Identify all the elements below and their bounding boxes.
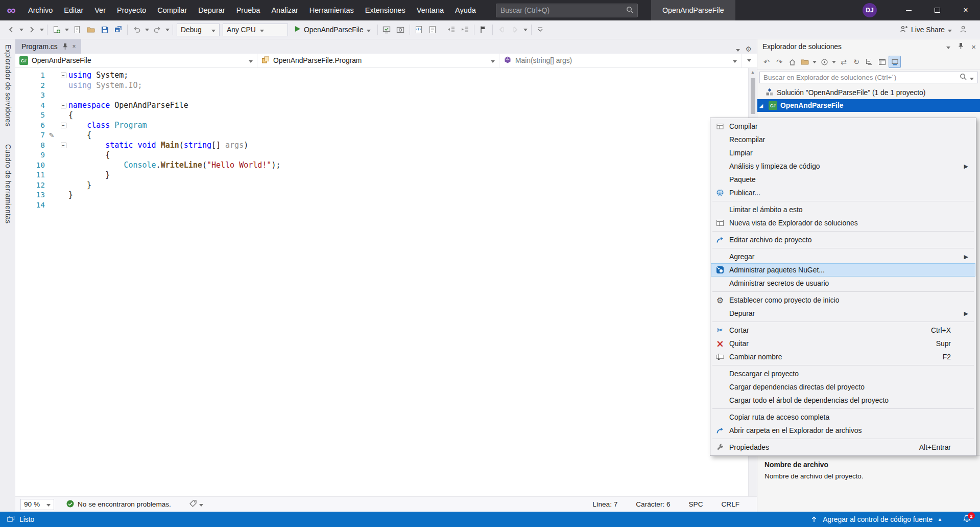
context-menu-item-descargar-el-proyecto[interactable]: Descargar el proyecto bbox=[711, 367, 975, 380]
pin-icon[interactable] bbox=[958, 42, 964, 51]
prev-bookmark-icon[interactable] bbox=[495, 23, 509, 37]
notifications-button[interactable]: 2 bbox=[961, 514, 973, 525]
navigation-bar-options-icon[interactable] bbox=[742, 54, 757, 67]
context-menu-item-depurar[interactable]: Depurar▶ bbox=[711, 307, 975, 320]
context-menu-item-editar-archivo-de-proyecto[interactable]: Editar archivo de proyecto bbox=[711, 233, 975, 246]
context-menu-item-limitar-el-ambito-a-esto[interactable]: Limitar el ámbito a esto bbox=[711, 203, 975, 216]
eol-indicator[interactable]: CRLF bbox=[722, 500, 740, 508]
add-to-source-control-button[interactable]: Agregar al control de código fuente bbox=[823, 516, 933, 523]
undo-circ-icon[interactable]: ↶ bbox=[760, 56, 773, 68]
context-menu-item-quitar[interactable]: ×QuitarSupr bbox=[711, 337, 975, 350]
context-menu-item-paquete[interactable]: Paquete bbox=[711, 173, 975, 186]
line-indicator[interactable]: Línea: 7 bbox=[592, 500, 617, 508]
quick-search-box[interactable] bbox=[496, 4, 638, 17]
save-icon[interactable] bbox=[98, 23, 111, 37]
tab-program-cs[interactable]: Program.cs × bbox=[15, 39, 81, 54]
fold-collapse-icon[interactable]: − bbox=[61, 73, 66, 78]
xml-schema-icon[interactable] bbox=[426, 23, 440, 37]
menu-prueba[interactable]: Prueba bbox=[231, 0, 266, 20]
feedback-icon[interactable] bbox=[956, 23, 970, 37]
spaces-indicator[interactable]: SPC bbox=[689, 500, 703, 508]
expanded-arrow-icon[interactable]: ◢ bbox=[759, 103, 766, 108]
outdent-icon[interactable] bbox=[444, 23, 458, 37]
caret-icon[interactable] bbox=[18, 23, 25, 37]
context-menu-item-compilar[interactable]: Compilar bbox=[711, 120, 975, 133]
tag-icon[interactable] bbox=[189, 500, 197, 509]
redo-icon[interactable] bbox=[150, 23, 164, 37]
minimize-button[interactable] bbox=[894, 0, 923, 20]
editor-options-gear-icon[interactable]: ⚙ bbox=[745, 45, 752, 53]
context-menu-item-nueva-vista-de-explorador-de-soluciones[interactable]: Nueva vista de Explorador de soluciones bbox=[711, 216, 975, 230]
next-bookmark-icon[interactable] bbox=[509, 23, 522, 37]
maximize-button[interactable] bbox=[923, 0, 951, 20]
menu-extensiones[interactable]: Extensiones bbox=[360, 0, 411, 20]
breadcrumb-openandparsefile-program[interactable]: OpenAndParseFile.Program bbox=[257, 54, 499, 67]
screenshot-icon[interactable] bbox=[394, 23, 408, 37]
menu-editar[interactable]: Editar bbox=[58, 0, 89, 20]
close-button[interactable]: × bbox=[951, 0, 980, 20]
live-share-button[interactable]: Live Share bbox=[896, 23, 956, 37]
menu-proyecto[interactable]: Proyecto bbox=[111, 0, 152, 20]
scrollbar-thumb[interactable] bbox=[751, 78, 755, 114]
menu-ayuda[interactable]: Ayuda bbox=[449, 0, 482, 20]
menu-depurar[interactable]: Depurar bbox=[193, 0, 230, 20]
bookmark-icon[interactable] bbox=[476, 23, 490, 37]
context-menu-item-recompilar[interactable]: Recompilar bbox=[711, 133, 975, 146]
caret-icon[interactable] bbox=[144, 23, 150, 37]
save-all-icon[interactable] bbox=[111, 23, 125, 37]
context-menu-item-cargar-dependencias-directas-del-proyecto[interactable]: Cargar dependencias directas del proyect… bbox=[711, 380, 975, 394]
column-indicator[interactable]: Carácter: 6 bbox=[636, 500, 670, 508]
undo-icon[interactable] bbox=[130, 23, 144, 37]
context-menu-item-cambiar-nombre[interactable]: Cambiar nombreF2 bbox=[711, 350, 975, 363]
user-avatar[interactable]: DJ bbox=[863, 3, 877, 17]
menu-archivo[interactable]: Archivo bbox=[22, 0, 58, 20]
start-debugging-button[interactable]: OpenAndParseFile bbox=[291, 23, 374, 37]
xml-doc-icon[interactable] bbox=[412, 23, 426, 37]
caret-icon[interactable] bbox=[811, 56, 818, 68]
open-folder-icon[interactable] bbox=[84, 23, 98, 37]
new-project-icon[interactable] bbox=[50, 23, 63, 37]
tree-item-openandparsefile[interactable]: ◢C#OpenAndParseFile bbox=[757, 99, 980, 112]
menu-compilar[interactable]: Compilar bbox=[152, 0, 193, 20]
toolbar-overflow-icon[interactable] bbox=[534, 23, 547, 37]
code-editor[interactable]: 1−using System;2using System.IO;34−names… bbox=[15, 68, 757, 496]
breadcrumb-main-string-args[interactable]: Main(string[] args) bbox=[499, 54, 742, 67]
close-panel-icon[interactable]: × bbox=[971, 42, 976, 51]
context-menu-item-agregar[interactable]: Agregar▶ bbox=[711, 250, 975, 263]
add-item-icon[interactable] bbox=[70, 23, 84, 37]
refresh-icon[interactable]: ↻ bbox=[850, 56, 863, 68]
search-input[interactable] bbox=[500, 7, 626, 14]
side-tab-cuadro-de-herramientas[interactable]: Cuadro de herramientas bbox=[4, 144, 12, 223]
breadcrumb-openandparsefile[interactable]: C#OpenAndParseFile bbox=[15, 54, 257, 67]
scope-icon[interactable] bbox=[818, 56, 830, 68]
context-menu-item-copiar-ruta-de-acceso-completa[interactable]: Copiar ruta de acceso completa bbox=[711, 410, 975, 424]
close-tab-icon[interactable]: × bbox=[73, 43, 76, 50]
menu-ventana[interactable]: Ventana bbox=[411, 0, 449, 20]
side-tab-explorador-de-servidores[interactable]: Explorador de servidores bbox=[4, 44, 12, 127]
fold-collapse-icon[interactable]: − bbox=[61, 103, 66, 108]
menu-analizar[interactable]: Analizar bbox=[266, 0, 303, 20]
fold-collapse-icon[interactable]: − bbox=[61, 143, 66, 148]
home-icon[interactable] bbox=[786, 56, 798, 68]
redo-circ-icon[interactable]: ↷ bbox=[773, 56, 785, 68]
tree-item-solucion-openandparsefile-1-de-1-proyecto[interactable]: Solución "OpenAndParseFile" (1 de 1 proy… bbox=[757, 86, 980, 99]
pin-icon[interactable] bbox=[62, 43, 68, 50]
solution-search-input[interactable] bbox=[763, 74, 960, 81]
properties-icon[interactable] bbox=[876, 56, 888, 68]
fold-collapse-icon[interactable]: − bbox=[61, 123, 66, 128]
context-menu-item-limpiar[interactable]: Limpiar bbox=[711, 146, 975, 159]
caret-icon[interactable] bbox=[831, 56, 837, 68]
context-menu-item-cortar[interactable]: ✂CortarCtrl+X bbox=[711, 324, 975, 337]
indent-icon[interactable] bbox=[458, 23, 472, 37]
source-control-chevron-icon[interactable]: ▲ bbox=[938, 517, 942, 522]
window-position-chevron-icon[interactable] bbox=[946, 43, 950, 51]
caret-icon[interactable] bbox=[522, 23, 529, 37]
nav-back-icon[interactable] bbox=[4, 23, 18, 37]
context-menu-item-administrar-secretos-de-usuario[interactable]: Administrar secretos de usuario bbox=[711, 277, 975, 290]
attach-debugger-icon[interactable] bbox=[380, 23, 394, 37]
caret-icon[interactable] bbox=[164, 23, 171, 37]
zoom-select[interactable]: 90 % bbox=[20, 499, 54, 510]
caret-icon[interactable] bbox=[63, 23, 70, 37]
folder-switch-icon[interactable] bbox=[799, 56, 811, 68]
scroll-up-icon[interactable]: ▲ bbox=[751, 68, 754, 76]
